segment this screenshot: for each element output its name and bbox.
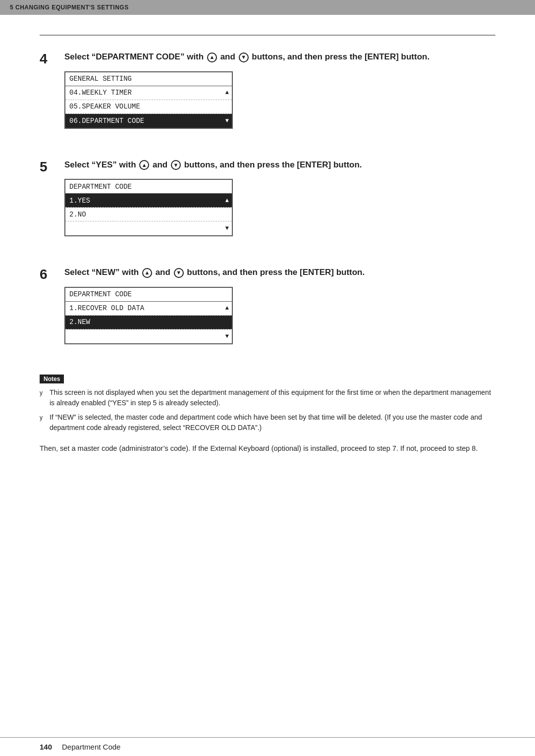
lcd-5-row-4: ▼ <box>65 221 232 235</box>
note-1-bullet: y <box>40 387 48 397</box>
lcd-4-row-2: 04.WEEKLY TIMER ▲ <box>65 86 232 100</box>
up-button-icon-6: ▲ <box>142 268 152 278</box>
footer-page-number: 140 <box>40 743 52 751</box>
step-6-content: Select “NEW” with ▲ and ▼ buttons, and t… <box>64 266 495 359</box>
lcd-5-row-3: 2.NO <box>65 208 232 221</box>
lcd-5-row-2: 1.YES ▲ <box>65 194 232 208</box>
lcd-4-row-1-text: GENERAL SETTING <box>69 75 132 83</box>
lcd-5-row-3-text: 2.NO <box>69 211 86 218</box>
lcd-5-row-1: DEPARTMENT CODE <box>65 180 232 194</box>
lcd-5-row-2-text: 1.YES <box>69 197 90 205</box>
lcd-screen-6: DEPARTMENT CODE 1.RECOVER OLD DATA ▲ 2.N… <box>64 287 233 344</box>
lcd-4-row-1: GENERAL SETTING <box>65 72 232 86</box>
lcd-6-row-4-arrow: ▼ <box>225 333 229 340</box>
page-content: 4 Select “DEPARTMENT CODE” with ▲ and ▼ … <box>0 15 535 504</box>
footer-label: Department Code <box>62 743 120 751</box>
page-header: 5 CHANGING EQUIPMENT'S SETTINGS <box>0 0 535 15</box>
lcd-4-row-4: 06.DEPARTMENT CODE ▼ <box>65 114 232 128</box>
lcd-4-row-4-text: 06.DEPARTMENT CODE <box>69 117 144 125</box>
up-button-icon: ▲ <box>207 53 217 62</box>
step-6-block: 6 Select “NEW” with ▲ and ▼ buttons, and… <box>40 266 495 359</box>
notes-label: Notes <box>40 375 64 383</box>
note-2-text: If “NEW” is selected, the master code an… <box>50 412 495 433</box>
lcd-6-row-3: 2.NEW <box>65 316 232 329</box>
top-divider <box>40 35 495 36</box>
lcd-6-row-2-arrow: ▲ <box>225 305 229 312</box>
page-footer: 140 Department Code <box>0 737 535 756</box>
up-button-icon-5: ▲ <box>139 160 149 170</box>
step-6-number: 6 <box>40 266 59 283</box>
step-5-instruction: Select “YES” with ▲ and ▼ buttons, and t… <box>64 159 495 171</box>
step-4-number: 4 <box>40 51 59 67</box>
lcd-4-row-2-text: 04.WEEKLY TIMER <box>69 89 132 97</box>
lcd-screen-5: DEPARTMENT CODE 1.YES ▲ 2.NO ▼ <box>64 179 233 236</box>
step-5-text-before: Select “YES” with <box>64 160 138 169</box>
lcd-4-row-2-arrow: ▲ <box>225 89 229 96</box>
step-4-instruction: Select “DEPARTMENT CODE” with ▲ and ▼ bu… <box>64 51 495 63</box>
lcd-6-row-2: 1.RECOVER OLD DATA ▲ <box>65 302 232 316</box>
lcd-6-row-3-text: 2.NEW <box>69 318 90 326</box>
lcd-4-row-3-text: 05.SPEAKER VOLUME <box>69 103 140 110</box>
lcd-screen-4: GENERAL SETTING 04.WEEKLY TIMER ▲ 05.SPE… <box>64 71 233 129</box>
step-6-text-before: Select “NEW” with <box>64 268 141 277</box>
lcd-4-row-3: 05.SPEAKER VOLUME <box>65 100 232 114</box>
step-4-block: 4 Select “DEPARTMENT CODE” with ▲ and ▼ … <box>40 51 495 144</box>
down-button-icon-5: ▼ <box>171 160 181 170</box>
note-2-bullet: y <box>40 412 48 422</box>
note-item-1: y This screen is not displayed when you … <box>40 387 495 408</box>
lcd-6-row-2-text: 1.RECOVER OLD DATA <box>69 304 144 312</box>
step-5-block: 5 Select “YES” with ▲ and ▼ buttons, and… <box>40 159 495 252</box>
step-6-instruction: Select “NEW” with ▲ and ▼ buttons, and t… <box>64 266 495 279</box>
step-4-and: and <box>220 52 238 61</box>
step-4-text-after: buttons, and then press the [ENTER] butt… <box>252 52 429 61</box>
down-button-icon-6: ▼ <box>174 268 184 278</box>
step-5-text-after: buttons, and then press the [ENTER] butt… <box>184 160 362 169</box>
lcd-5-row-4-arrow: ▼ <box>225 225 229 232</box>
lcd-5-row-2-arrow: ▲ <box>225 197 229 204</box>
lcd-6-row-4: ▼ <box>65 329 232 343</box>
lcd-6-row-1-text: DEPARTMENT CODE <box>69 290 132 298</box>
lcd-6-row-1: DEPARTMENT CODE <box>65 288 232 302</box>
lcd-4-row-4-arrow: ▼ <box>225 117 229 124</box>
step-4-text-before: Select “DEPARTMENT CODE” with <box>64 52 206 61</box>
note-1-text: This screen is not displayed when you se… <box>50 387 495 408</box>
step-4-content: Select “DEPARTMENT CODE” with ▲ and ▼ bu… <box>64 51 495 144</box>
step-5-and: and <box>153 160 170 169</box>
note-item-2: y If “NEW” is selected, the master code … <box>40 412 495 433</box>
notes-section: Notes y This screen is not displayed whe… <box>40 374 495 433</box>
step-6-and: and <box>156 268 173 277</box>
down-button-icon: ▼ <box>239 53 249 62</box>
step-5-number: 5 <box>40 159 59 175</box>
bottom-paragraph: Then, set a master code (administrator’s… <box>40 443 495 454</box>
step-6-text-after: buttons, and then press the [ENTER] butt… <box>187 268 365 277</box>
step-5-content: Select “YES” with ▲ and ▼ buttons, and t… <box>64 159 495 252</box>
header-text: 5 CHANGING EQUIPMENT'S SETTINGS <box>10 4 129 11</box>
lcd-5-row-1-text: DEPARTMENT CODE <box>69 183 132 191</box>
